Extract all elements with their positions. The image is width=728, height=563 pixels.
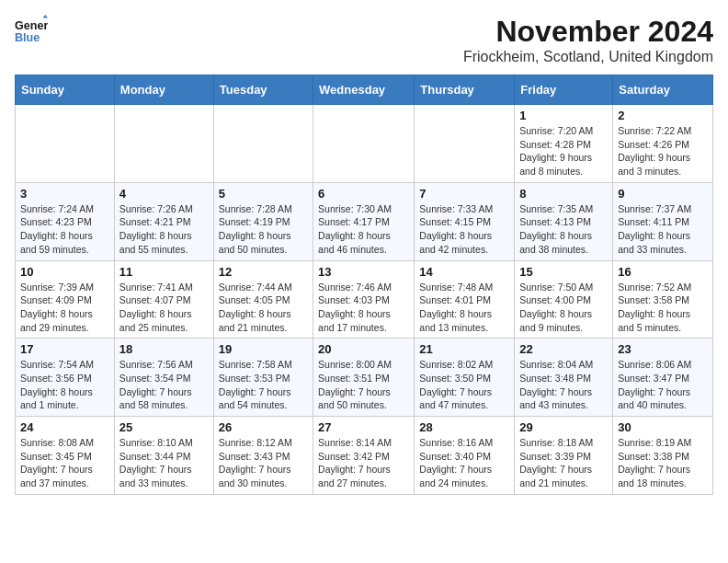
day-info: Sunrise: 8:08 AM Sunset: 3:45 PM Dayligh… — [20, 436, 109, 490]
calendar-week-1: 3Sunrise: 7:24 AM Sunset: 4:23 PM Daylig… — [16, 182, 713, 260]
header-tuesday: Tuesday — [213, 75, 313, 105]
calendar-week-4: 24Sunrise: 8:08 AM Sunset: 3:45 PM Dayli… — [16, 417, 713, 495]
header-saturday: Saturday — [613, 75, 713, 105]
day-number: 7 — [419, 187, 509, 201]
day-info: Sunrise: 8:16 AM Sunset: 3:40 PM Dayligh… — [419, 436, 509, 490]
day-info: Sunrise: 8:12 AM Sunset: 3:43 PM Dayligh… — [219, 436, 308, 490]
day-number: 21 — [419, 342, 509, 356]
day-number: 15 — [519, 265, 608, 279]
calendar-cell — [213, 105, 313, 183]
day-info: Sunrise: 7:20 AM Sunset: 4:28 PM Dayligh… — [519, 124, 608, 178]
calendar-table: SundayMondayTuesdayWednesdayThursdayFrid… — [15, 75, 713, 495]
calendar-cell: 5Sunrise: 7:28 AM Sunset: 4:19 PM Daylig… — [213, 182, 313, 260]
day-number: 3 — [20, 187, 109, 201]
day-info: Sunrise: 7:30 AM Sunset: 4:17 PM Dayligh… — [318, 202, 409, 257]
day-info: Sunrise: 7:22 AM Sunset: 4:26 PM Dayligh… — [618, 124, 708, 178]
day-info: Sunrise: 7:24 AM Sunset: 4:23 PM Dayligh… — [20, 202, 109, 257]
day-number: 13 — [318, 265, 409, 279]
month-title: November 2024 — [463, 15, 713, 49]
day-number: 22 — [519, 342, 608, 356]
day-info: Sunrise: 8:10 AM Sunset: 3:44 PM Dayligh… — [119, 436, 209, 490]
calendar-cell: 27Sunrise: 8:14 AM Sunset: 3:42 PM Dayli… — [313, 417, 415, 495]
header-monday: Monday — [114, 75, 213, 105]
day-info: Sunrise: 7:35 AM Sunset: 4:13 PM Dayligh… — [519, 202, 608, 257]
header-sunday: Sunday — [16, 75, 115, 105]
day-number: 2 — [618, 109, 708, 122]
day-number: 27 — [318, 420, 409, 434]
svg-text:Blue: Blue — [15, 31, 40, 44]
calendar-cell: 11Sunrise: 7:41 AM Sunset: 4:07 PM Dayli… — [114, 260, 213, 339]
day-info: Sunrise: 7:46 AM Sunset: 4:03 PM Dayligh… — [318, 281, 409, 335]
calendar-cell — [114, 105, 213, 183]
calendar-cell: 28Sunrise: 8:16 AM Sunset: 3:40 PM Dayli… — [415, 417, 515, 495]
calendar-cell: 3Sunrise: 7:24 AM Sunset: 4:23 PM Daylig… — [16, 182, 115, 260]
day-info: Sunrise: 8:02 AM Sunset: 3:50 PM Dayligh… — [419, 358, 509, 412]
day-number: 29 — [519, 420, 608, 434]
day-info: Sunrise: 7:26 AM Sunset: 4:21 PM Dayligh… — [119, 202, 209, 257]
calendar-cell: 10Sunrise: 7:39 AM Sunset: 4:09 PM Dayli… — [16, 260, 115, 339]
day-number: 11 — [119, 265, 209, 279]
day-info: Sunrise: 7:56 AM Sunset: 3:54 PM Dayligh… — [119, 358, 209, 412]
day-number: 26 — [219, 420, 308, 434]
day-number: 17 — [20, 342, 109, 356]
day-info: Sunrise: 7:54 AM Sunset: 3:56 PM Dayligh… — [20, 358, 109, 412]
day-number: 1 — [519, 109, 608, 122]
calendar-cell: 22Sunrise: 8:04 AM Sunset: 3:48 PM Dayli… — [515, 339, 613, 417]
calendar-cell — [16, 105, 115, 183]
day-info: Sunrise: 7:48 AM Sunset: 4:01 PM Dayligh… — [419, 281, 509, 335]
day-number: 9 — [618, 187, 708, 201]
calendar-cell: 13Sunrise: 7:46 AM Sunset: 4:03 PM Dayli… — [313, 260, 415, 339]
day-number: 23 — [618, 342, 708, 356]
header: GeneralBlue November 2024 Friockheim, Sc… — [15, 15, 713, 65]
calendar-header-row: SundayMondayTuesdayWednesdayThursdayFrid… — [16, 75, 713, 105]
calendar-cell: 15Sunrise: 7:50 AM Sunset: 4:00 PM Dayli… — [515, 260, 613, 339]
logo: GeneralBlue — [15, 15, 48, 48]
calendar-cell: 20Sunrise: 8:00 AM Sunset: 3:51 PM Dayli… — [313, 339, 415, 417]
day-info: Sunrise: 8:14 AM Sunset: 3:42 PM Dayligh… — [318, 436, 409, 490]
day-number: 12 — [219, 265, 308, 279]
day-number: 5 — [219, 187, 308, 201]
calendar-cell: 12Sunrise: 7:44 AM Sunset: 4:05 PM Dayli… — [213, 260, 313, 339]
day-info: Sunrise: 7:41 AM Sunset: 4:07 PM Dayligh… — [119, 281, 209, 335]
header-wednesday: Wednesday — [313, 75, 415, 105]
svg-marker-2 — [43, 15, 48, 18]
header-friday: Friday — [515, 75, 613, 105]
calendar-cell: 30Sunrise: 8:19 AM Sunset: 3:38 PM Dayli… — [613, 417, 713, 495]
calendar-cell: 14Sunrise: 7:48 AM Sunset: 4:01 PM Dayli… — [415, 260, 515, 339]
day-info: Sunrise: 8:04 AM Sunset: 3:48 PM Dayligh… — [519, 358, 608, 412]
calendar-cell: 18Sunrise: 7:56 AM Sunset: 3:54 PM Dayli… — [114, 339, 213, 417]
day-number: 4 — [119, 187, 209, 201]
day-number: 6 — [318, 187, 409, 201]
day-info: Sunrise: 7:28 AM Sunset: 4:19 PM Dayligh… — [219, 202, 308, 257]
day-number: 25 — [119, 420, 209, 434]
day-number: 24 — [20, 420, 109, 434]
calendar-cell: 1Sunrise: 7:20 AM Sunset: 4:28 PM Daylig… — [515, 105, 613, 183]
location-title: Friockheim, Scotland, United Kingdom — [463, 49, 713, 65]
calendar-cell: 16Sunrise: 7:52 AM Sunset: 3:58 PM Dayli… — [613, 260, 713, 339]
day-info: Sunrise: 7:44 AM Sunset: 4:05 PM Dayligh… — [219, 281, 308, 335]
calendar-week-3: 17Sunrise: 7:54 AM Sunset: 3:56 PM Dayli… — [16, 339, 713, 417]
day-number: 19 — [219, 342, 308, 356]
header-thursday: Thursday — [415, 75, 515, 105]
calendar-week-0: 1Sunrise: 7:20 AM Sunset: 4:28 PM Daylig… — [16, 105, 713, 183]
day-info: Sunrise: 7:33 AM Sunset: 4:15 PM Dayligh… — [419, 202, 509, 257]
calendar-cell: 21Sunrise: 8:02 AM Sunset: 3:50 PM Dayli… — [415, 339, 515, 417]
calendar-cell — [415, 105, 515, 183]
day-info: Sunrise: 7:37 AM Sunset: 4:11 PM Dayligh… — [618, 202, 708, 257]
day-number: 8 — [519, 187, 608, 201]
calendar-cell: 7Sunrise: 7:33 AM Sunset: 4:15 PM Daylig… — [415, 182, 515, 260]
day-info: Sunrise: 8:18 AM Sunset: 3:39 PM Dayligh… — [519, 436, 608, 490]
day-number: 18 — [119, 342, 209, 356]
calendar-cell: 8Sunrise: 7:35 AM Sunset: 4:13 PM Daylig… — [515, 182, 613, 260]
title-area: November 2024 Friockheim, Scotland, Unit… — [463, 15, 713, 65]
day-number: 20 — [318, 342, 409, 356]
day-info: Sunrise: 8:06 AM Sunset: 3:47 PM Dayligh… — [618, 358, 708, 412]
day-info: Sunrise: 7:50 AM Sunset: 4:00 PM Dayligh… — [519, 281, 608, 335]
calendar-cell — [313, 105, 415, 183]
calendar-week-2: 10Sunrise: 7:39 AM Sunset: 4:09 PM Dayli… — [16, 260, 713, 339]
day-number: 28 — [419, 420, 509, 434]
calendar-cell: 9Sunrise: 7:37 AM Sunset: 4:11 PM Daylig… — [613, 182, 713, 260]
calendar-cell: 2Sunrise: 7:22 AM Sunset: 4:26 PM Daylig… — [613, 105, 713, 183]
day-number: 30 — [618, 420, 708, 434]
calendar-cell: 4Sunrise: 7:26 AM Sunset: 4:21 PM Daylig… — [114, 182, 213, 260]
